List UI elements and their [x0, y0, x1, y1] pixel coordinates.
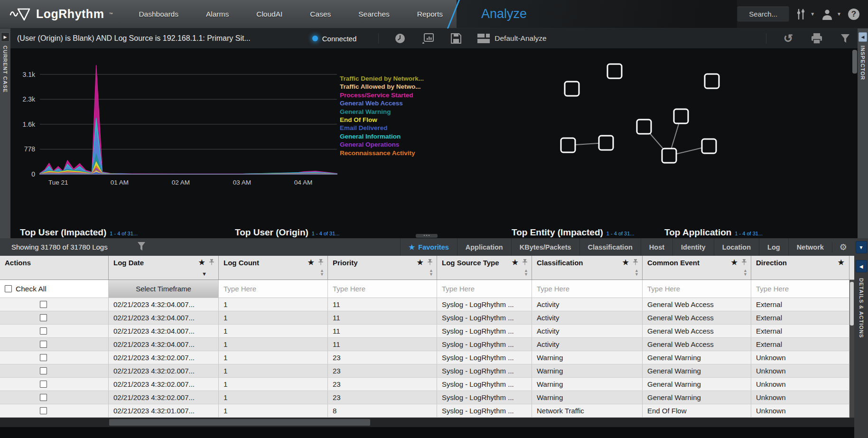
pin-icon[interactable]	[427, 259, 433, 267]
add-chart-icon[interactable]	[422, 33, 434, 44]
layout-selector[interactable]: Default-Analyze	[477, 34, 546, 43]
inspector-label[interactable]: INSPECTOR	[860, 46, 866, 80]
time-range-icon[interactable]	[395, 33, 405, 44]
filter-placeholder[interactable]: Type Here	[224, 285, 256, 293]
filter-placeholder[interactable]: Type Here	[647, 285, 680, 293]
graph-node[interactable]	[599, 136, 613, 150]
nav-item-cases[interactable]: Cases	[296, 0, 345, 28]
current-case-label[interactable]: CURRENT CASE	[2, 46, 8, 93]
table-row[interactable]: 02/21/2023 4:32:04.007...111Syslog - Log…	[0, 311, 854, 325]
legend-item[interactable]: Reconnaissance Activity	[340, 150, 424, 157]
filter-placeholder[interactable]: Type Here	[333, 285, 365, 293]
nav-item-dashboards[interactable]: Dashboards	[125, 0, 192, 28]
sort-arrows-icon[interactable]: ▲▼	[635, 269, 639, 276]
nav-item-alarms[interactable]: Alarms	[192, 0, 243, 28]
table-vertical-scrollbar[interactable]	[849, 280, 854, 418]
tab-analyze[interactable]: Analyze Search... ▼ ▼ ?	[457, 0, 868, 28]
details-actions-label[interactable]: DETAILS & ACTIONS	[859, 278, 864, 338]
column-header-log-date[interactable]: Log Date★▼	[109, 256, 219, 280]
graph-node[interactable]	[637, 120, 651, 134]
legend-item[interactable]: General Information	[340, 133, 424, 140]
column-header-direction[interactable]: Direction★	[751, 256, 849, 280]
column-header-actions[interactable]: Actions	[0, 256, 109, 280]
search-button[interactable]: Search...	[737, 6, 789, 22]
row-checkbox[interactable]	[40, 381, 47, 388]
pin-icon[interactable]	[741, 259, 747, 267]
user-caret-icon[interactable]: ▼	[837, 11, 841, 17]
filters-caret-icon[interactable]: ▼	[810, 11, 815, 17]
pin-icon[interactable]	[633, 259, 638, 267]
user-profile-icon[interactable]	[821, 9, 833, 20]
tab-identity[interactable]: Identity	[672, 238, 714, 256]
nav-item-cloudai[interactable]: CloudAI	[243, 0, 296, 28]
refresh-icon[interactable]: ↺	[784, 34, 793, 43]
legend-item[interactable]: General Web Access	[340, 100, 424, 107]
tab-location[interactable]: Location	[714, 238, 759, 256]
row-checkbox[interactable]	[40, 327, 47, 335]
favorite-star-icon[interactable]: ★	[417, 258, 423, 266]
tab-kbytes-packets[interactable]: KBytes/Packets	[511, 238, 579, 256]
favorite-star-icon[interactable]: ★	[838, 258, 844, 266]
sort-desc-icon[interactable]: ▼	[202, 270, 207, 278]
sort-arrows-icon[interactable]: ▲▼	[320, 269, 324, 276]
legend-item[interactable]: General Operations	[340, 141, 424, 148]
help-icon[interactable]: ?	[848, 9, 859, 20]
row-checkbox[interactable]	[40, 394, 47, 401]
table-row[interactable]: 02/21/2023 4:32:01.007...18Syslog - LogR…	[0, 404, 854, 418]
row-checkbox[interactable]	[40, 367, 47, 374]
save-icon[interactable]	[451, 33, 461, 44]
sort-arrows-icon[interactable]: ▲▼	[743, 269, 747, 276]
graph-node[interactable]	[607, 64, 622, 78]
row-checkbox[interactable]	[40, 341, 47, 348]
legend-item[interactable]: Process/Service Started	[340, 92, 424, 99]
logs-filter-funnel-icon[interactable]	[137, 242, 146, 253]
print-icon[interactable]	[811, 33, 822, 44]
graph-node[interactable]	[565, 82, 579, 96]
table-row[interactable]: 02/21/2023 4:32:02.007...123Syslog - Log…	[0, 378, 854, 391]
graph-node[interactable]	[662, 149, 676, 163]
tab-classification[interactable]: Classification	[579, 238, 641, 256]
tab-host[interactable]: Host	[641, 238, 672, 256]
table-row[interactable]: 02/21/2023 4:32:02.007...123Syslog - Log…	[0, 391, 854, 404]
column-header-log-count[interactable]: Log Count★▲▼	[219, 256, 328, 280]
sort-arrows-icon[interactable]: ▲▼	[429, 269, 433, 276]
legend-item[interactable]: Traffic Denied by Network...	[340, 75, 424, 82]
graph-node[interactable]	[702, 139, 716, 153]
table-row[interactable]: 02/21/2023 4:32:02.007...123Syslog - Log…	[0, 364, 854, 378]
details-expand-down-icon[interactable]: ▼	[856, 241, 867, 253]
column-header-priority[interactable]: Priority★▲▼	[328, 256, 437, 280]
details-collapse-icon[interactable]: ◀	[856, 260, 867, 272]
column-header-common-event[interactable]: Common Event★▲▼	[643, 256, 751, 280]
row-checkbox[interactable]	[40, 301, 47, 308]
filter-placeholder[interactable]: Type Here	[442, 285, 475, 293]
column-header-log-source-type[interactable]: Log Source Type★▲▼	[437, 256, 532, 280]
table-vertical-scrollbar-thumb[interactable]	[850, 282, 854, 326]
tab-network[interactable]: Network	[788, 238, 832, 256]
sort-arrows-icon[interactable]: ▲▼	[524, 269, 528, 276]
legend-item[interactable]: Traffic Allowed by Netwo...	[340, 84, 424, 90]
filter-placeholder[interactable]: Type Here	[756, 285, 789, 293]
row-checkbox[interactable]	[40, 354, 47, 361]
filters-sliders-icon[interactable]	[796, 9, 806, 20]
row-checkbox[interactable]	[40, 314, 47, 321]
legend-item[interactable]: Email Delivered	[340, 125, 424, 131]
favorite-star-icon[interactable]: ★	[731, 258, 737, 266]
inspector-collapse-icon[interactable]: ◀	[859, 32, 867, 42]
favorite-star-icon[interactable]: ★	[199, 258, 205, 266]
row-checkbox[interactable]	[40, 407, 47, 414]
filter-placeholder[interactable]: Type Here	[537, 285, 569, 293]
legend-item[interactable]: General Warning	[340, 109, 424, 115]
table-row[interactable]: 02/21/2023 4:32:04.007...111Syslog - Log…	[0, 338, 854, 351]
horizontal-scrollbar[interactable]	[0, 418, 854, 427]
graph-node[interactable]	[561, 138, 575, 152]
table-row[interactable]: 02/21/2023 4:32:04.007...111Syslog - Log…	[0, 298, 854, 311]
tab-log[interactable]: Log	[759, 238, 788, 256]
favorite-star-icon[interactable]: ★	[623, 258, 629, 266]
graph-node[interactable]	[674, 109, 688, 123]
splitter-handle[interactable]: • • •	[416, 234, 438, 238]
grid-settings-gear-icon[interactable]: ⚙	[832, 242, 854, 252]
pin-icon[interactable]	[209, 259, 215, 267]
table-row[interactable]: 02/21/2023 4:32:02.007...123Syslog - Log…	[0, 351, 854, 364]
table-row[interactable]: 02/21/2023 4:32:04.007...111Syslog - Log…	[0, 325, 854, 338]
column-header-classification[interactable]: Classification★▲▼	[532, 256, 643, 280]
